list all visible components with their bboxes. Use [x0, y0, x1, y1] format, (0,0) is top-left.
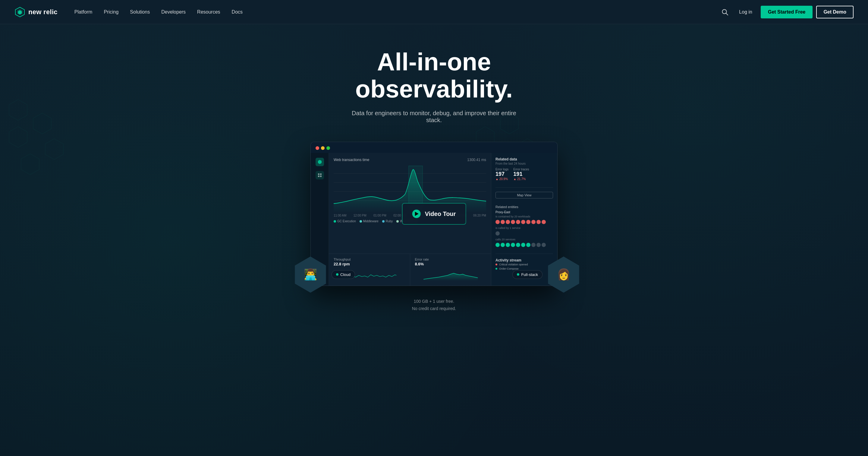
- activity-dot-red: [495, 264, 497, 265]
- svg-marker-6: [318, 160, 321, 164]
- legend-ruby: Ruby: [382, 220, 393, 223]
- video-tour-overlay[interactable]: Video Tour: [402, 203, 466, 225]
- fullstack-badge: Full-stack 👩: [513, 256, 582, 292]
- cloud-label: Cloud: [340, 272, 350, 277]
- calls-label: calls 20 services: [495, 238, 553, 241]
- cloud-badge: 👨‍💻 Cloud: [292, 256, 355, 292]
- cloud-hex: 👨‍💻: [292, 256, 329, 292]
- chart-header: Web transactions time 1300.41 ms: [334, 158, 486, 162]
- nav-resources[interactable]: Resources: [192, 7, 225, 17]
- legend-gc: GC Execution: [334, 220, 356, 223]
- service-dot-4: [511, 243, 515, 247]
- nav-solutions[interactable]: Solutions: [125, 7, 155, 17]
- cloud-avatar: 👨‍💻: [292, 256, 329, 292]
- service-dot: [495, 231, 500, 235]
- error-logs-label: Error logs: [495, 168, 508, 171]
- service-dot-8: [531, 243, 535, 247]
- workload-dot-10: [541, 220, 546, 224]
- entity-section: Related entities Proxy-East is contained…: [495, 205, 553, 249]
- logo-link[interactable]: new relic: [14, 7, 58, 18]
- hero-footer-note: 100 GB + 1 user free. No credit card req…: [412, 298, 456, 324]
- legend-dot-ruby: [382, 220, 384, 223]
- play-triangle: [415, 212, 418, 216]
- nav-docs[interactable]: Docs: [227, 7, 247, 17]
- nav-pricing[interactable]: Pricing: [99, 7, 123, 17]
- map-view-button[interactable]: Map View: [495, 192, 553, 198]
- related-entities-title: Related entities: [495, 205, 553, 209]
- legend-dot-web-external: [396, 220, 399, 223]
- nr-icon: [317, 160, 322, 164]
- nav-developers[interactable]: Developers: [156, 7, 190, 17]
- service-dot-7: [526, 243, 530, 247]
- float-left-badge: 👨‍💻 Cloud: [292, 256, 355, 292]
- get-demo-button[interactable]: Get Demo: [816, 6, 854, 19]
- video-tour-label: Video Tour: [425, 210, 456, 218]
- service-dot-1: [495, 243, 500, 247]
- search-icon: [721, 9, 728, 16]
- workload-dot-4: [511, 220, 515, 224]
- workload-dot-1: [495, 220, 500, 224]
- fullstack-label: Full-stack: [521, 272, 538, 277]
- frame-dots: [311, 142, 557, 153]
- cloud-status-dot: [336, 273, 338, 276]
- sidebar-nav-icon-1: [315, 171, 324, 179]
- error-rate-chart: [415, 269, 487, 281]
- get-started-button[interactable]: Get Started Free: [761, 6, 812, 19]
- dot-yellow: [321, 146, 324, 150]
- footer-line-1: 100 GB + 1 user free.: [412, 298, 456, 305]
- services-circles: [495, 243, 553, 247]
- chart-value: 1300.41 ms: [467, 158, 486, 162]
- navbar: new relic Platform Pricing Solutions Dev…: [0, 0, 868, 24]
- service-dot-5: [516, 243, 520, 247]
- nav-left: new relic Platform Pricing Solutions Dev…: [14, 7, 247, 18]
- play-icon: [412, 209, 421, 218]
- float-right-badge: Full-stack 👩: [513, 256, 582, 292]
- svg-rect-10: [320, 175, 321, 177]
- error-traces-change: ▲ 21.7%: [513, 177, 529, 181]
- related-title: Related data: [495, 157, 553, 161]
- hero-subtitle: Data for engineers to monitor, debug, an…: [344, 110, 524, 124]
- contained-by-label: is contained by 20 workloads: [495, 215, 553, 218]
- error-logs-value: 197: [495, 171, 508, 177]
- error-traces-value: 191: [513, 171, 529, 177]
- workload-dot-8: [531, 220, 535, 224]
- workload-dot-6: [521, 220, 525, 224]
- time-label-2: 01:00 PM: [373, 214, 386, 217]
- fullstack-status-dot: [517, 273, 519, 276]
- chart-title: Web transactions time: [334, 158, 370, 162]
- hero-title: All-in-one observability.: [301, 48, 567, 103]
- service-dot-2: [501, 243, 505, 247]
- workload-dot-3: [506, 220, 510, 224]
- workload-dot-7: [526, 220, 530, 224]
- cloud-status-pill: Cloud: [332, 270, 355, 279]
- dot-red: [315, 146, 319, 150]
- error-traces-label: Error traces: [513, 168, 529, 171]
- fullstack-status-pill: Full-stack: [513, 270, 542, 279]
- service-dot-9: [536, 243, 541, 247]
- panel-divider-2: [495, 254, 553, 254]
- logo-text: new relic: [28, 8, 58, 16]
- workloads-circles: [495, 220, 553, 224]
- panel-stats: Error logs 197 ▲ 20.9% Error traces 191 …: [495, 168, 553, 181]
- activity-dot-green: [495, 268, 497, 269]
- hero-section: All-in-one observability. Data for engin…: [0, 24, 868, 456]
- service-dot-3: [506, 243, 510, 247]
- workload-dot-5: [516, 220, 520, 224]
- cloud-person-emoji: 👨‍💻: [304, 268, 317, 281]
- related-sub: From the last 24 hours: [495, 162, 553, 165]
- fullstack-person-emoji: 👩: [557, 268, 570, 281]
- login-button[interactable]: Log in: [734, 7, 757, 17]
- time-label-7: 06:20 PM: [473, 214, 486, 217]
- nav-platform[interactable]: Platform: [70, 7, 97, 17]
- sidebar-logo-icon: [315, 158, 324, 166]
- fullstack-hex: 👩: [546, 256, 582, 292]
- svg-rect-7: [318, 173, 319, 175]
- logo-icon: [14, 7, 25, 18]
- legend-dot-middleware: [360, 220, 362, 223]
- svg-marker-5: [0, 24, 18, 45]
- search-button[interactable]: [719, 6, 731, 18]
- time-label-0: 11:00 AM: [334, 214, 346, 217]
- proxy-east-label: Proxy-East: [495, 210, 553, 214]
- called-by-label: is called by 1 service: [495, 227, 553, 229]
- service-dot-10: [541, 243, 546, 247]
